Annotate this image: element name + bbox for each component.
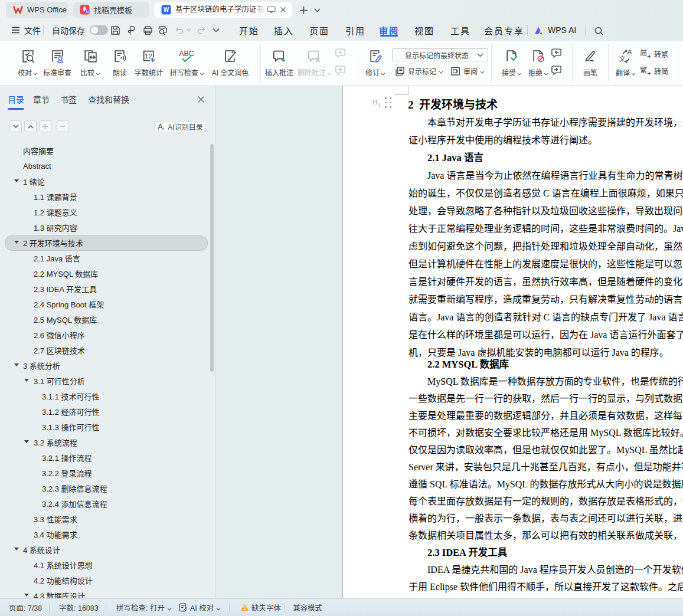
to-simplified-button[interactable]: 繁 转简 <box>639 64 668 77</box>
document-line[interactable]: Server 来讲，安装包只是几十兆甚至几百兆，有点小，但是功能并不少， <box>409 458 683 476</box>
print-preview-button[interactable] <box>155 24 168 37</box>
toc-item[interactable]: 3.2.2 登录流程 <box>0 466 216 480</box>
toc-item[interactable]: 4.3 数据库设计 <box>0 588 216 598</box>
toc-item[interactable]: 2.2 MYSQL 数据库 <box>0 266 216 280</box>
toc-item[interactable]: 1 绪论 <box>0 174 216 188</box>
undo-button[interactable] <box>173 24 186 37</box>
document-heading[interactable]: 2.1 Java 语言 <box>427 149 483 167</box>
document-heading[interactable]: 2.2 MYSQL 数据库 <box>427 356 509 373</box>
collapse-arrow-icon[interactable] <box>14 363 19 366</box>
close-tab-icon[interactable] <box>277 4 289 16</box>
document-line[interactable]: 始的诞生，不仅仅是创造者感觉 C 语言在编程上面很麻烦，如果只是单纯 <box>409 185 683 202</box>
toc-item[interactable]: Abstract <box>0 159 216 173</box>
translate-button[interactable]: 文A 翻译 <box>613 45 639 77</box>
toc-item[interactable]: 1.1 课题背景 <box>0 189 216 204</box>
toc-item[interactable]: 3.1 可行性分析 <box>0 373 216 388</box>
toc-item[interactable]: 3.2.4 添加信息流程 <box>0 496 216 510</box>
read-aloud-button[interactable]: 朗读 <box>108 45 132 77</box>
print-button[interactable] <box>141 24 154 37</box>
collapse-arrow-icon[interactable] <box>24 379 29 382</box>
document-line[interactable]: 证小程序开发中使用的编程技术等进行阐述。 <box>409 132 597 149</box>
toc-item[interactable]: 2 开发环境与技术 <box>0 235 216 250</box>
reject-button[interactable]: 拒绝 <box>525 45 551 77</box>
menu-tab-7[interactable]: 工具 <box>450 19 470 41</box>
document-line[interactable]: IDEA 是捷克共和国的 Java 程序员开发人员创造的一个开发软件，由 <box>427 561 683 579</box>
next-comment-button[interactable] <box>334 64 347 76</box>
to-traditional-button[interactable]: 简 转繁 <box>639 47 668 60</box>
next-change-button[interactable] <box>550 64 563 76</box>
ai-proofread-button[interactable]: AI 校对 <box>179 599 221 616</box>
missing-font-warning[interactable]: 缺失字体 <box>240 599 281 616</box>
toc-item[interactable]: 1.2 课题意义 <box>0 205 216 219</box>
autosave-toggle[interactable] <box>90 25 108 35</box>
toc-item[interactable]: 3 系统分析 <box>0 358 216 372</box>
collapse-arrow-icon[interactable] <box>14 179 19 182</box>
document-line[interactable]: 主要是处理最重要的数据逻辑部分，并且必须是有效数据，这样每一条数 <box>409 407 683 425</box>
toc-item[interactable]: 2.6 微信小程序 <box>0 327 216 342</box>
proofread-button[interactable]: 校对 <box>13 45 43 77</box>
document-line[interactable]: 横着的为行，一般表示一条数据，表与表之间还可以进行关联，进行表与 <box>409 510 683 527</box>
toc-item[interactable]: 3.3 性能需求 <box>0 512 216 526</box>
word-count-button[interactable]: 12 字数统计 <box>133 45 164 77</box>
menu-tab-6[interactable]: 视图 <box>414 19 434 41</box>
tab-wps-office[interactable]: WPS Office <box>6 2 68 18</box>
markup-state-dropdown[interactable]: 显示标记的最终状态 <box>392 48 488 61</box>
review-pane-button[interactable]: 审阅 <box>450 64 485 77</box>
toc-item[interactable]: 1.3 研究内容 <box>0 220 216 234</box>
toc-item[interactable]: 3.2.3 删除信息流程 <box>0 481 216 495</box>
previous-change-button[interactable] <box>550 47 563 59</box>
document-line[interactable]: 处理，会导致忽略了各种指针以及垃圾回收这些操作，导致出现问题，往 <box>409 202 683 220</box>
tab-docer-templates[interactable]: AI 找稻壳模板 <box>73 2 149 18</box>
menu-tab-2[interactable]: 插入 <box>274 19 294 41</box>
page-indicator[interactable]: 页面: 7/38 <box>9 599 42 616</box>
menu-tab-8[interactable]: 会员专享 <box>484 19 524 41</box>
toc-item[interactable]: 2.4 Spring Boot 框架 <box>0 297 216 311</box>
toc-item[interactable]: 2.1 Java 语言 <box>0 251 216 265</box>
export-pdf-button[interactable] <box>125 24 138 37</box>
document-line[interactable]: 本章节对开发电子学历证书存证小程序需要搭建的开发环境，还有 <box>427 114 683 132</box>
more-commands-caret-icon[interactable] <box>210 24 223 37</box>
menu-tab-1[interactable]: 开始 <box>239 19 259 41</box>
collapse-arrow-icon[interactable] <box>14 548 19 551</box>
document-line[interactable]: Java 语言是当今为止依然在编程语言行业具有生命力的常青树，从最开 <box>427 167 683 185</box>
toc-item[interactable]: 2.7 区块链技术 <box>0 343 216 357</box>
tab-active-document[interactable]: W 基于区块链的电子学历证书存 <box>154 2 292 18</box>
document-line[interactable]: 一些数据是先一行一行的获取，然后一行一行的显示，与列式数据库相反 <box>409 390 683 408</box>
word-count-indicator[interactable]: 字数: 16083 <box>59 599 99 616</box>
toc-item[interactable]: 4.1 系统设计思想 <box>0 558 216 572</box>
delete-comment-button[interactable]: 删除批注 <box>298 45 331 77</box>
document-line[interactable]: 是在什么样的环境里都是可以运行，因为在 Java 语言运行外面套了一层 <box>409 326 683 344</box>
compatibility-mode-indicator[interactable]: 兼容模式 <box>293 599 322 616</box>
tab-list-caret-icon[interactable] <box>312 5 322 15</box>
spell-check-button[interactable]: ABC 拼写检查 <box>170 45 203 77</box>
collapse-arrow-icon[interactable] <box>14 241 19 244</box>
toc-item[interactable]: 3.1.2 经济可行性 <box>0 404 216 418</box>
document-text[interactable]: 2 开发环境与技术本章节对开发电子学历证书存证小程序需要搭建的开发环境，还有证小… <box>217 86 683 598</box>
toc-item[interactable]: 3.2 系统流程 <box>0 435 216 449</box>
collapse-arrow-icon[interactable] <box>24 440 29 443</box>
toc-item[interactable]: 3.2.1 操作流程 <box>0 450 216 464</box>
accept-button[interactable]: 接受 <box>499 45 525 77</box>
compare-button[interactable]: 比较 <box>77 45 104 77</box>
pane-scrollbar-thumb[interactable] <box>210 144 214 372</box>
search-button[interactable] <box>592 24 605 37</box>
toc-item[interactable]: 3.4 功能需求 <box>0 527 216 541</box>
file-menu-button[interactable]: 文件 <box>11 19 41 41</box>
menu-tab-3[interactable]: 页面 <box>309 19 329 41</box>
wps-ai-button[interactable]: WPS AI <box>534 19 576 41</box>
toc-item[interactable]: 4 系统设计 <box>0 542 216 556</box>
doc-device-icon[interactable] <box>265 4 277 16</box>
ai-polish-button[interactable]: AI 全文润色 <box>208 45 253 77</box>
menu-tab-5[interactable]: 审阅 <box>379 19 399 41</box>
spellcheck-indicator[interactable]: 拼写检查: 打开 <box>116 599 172 616</box>
document-line[interactable]: 语言。Java 语言的创造者就针对 C 语言的缺点专门开发了 Java 语言， <box>409 309 683 326</box>
document-heading[interactable]: 2.3 IDEA 开发工具 <box>427 544 507 562</box>
document-line[interactable]: 往大于正常编程处理业务逻辑的时间，这些是非常浪费时间的。Java 语言 <box>409 220 683 238</box>
toc-item[interactable]: 2.3 IDEA 开发工具 <box>0 281 216 296</box>
save-button[interactable] <box>109 24 122 37</box>
toc-item[interactable]: 内容摘要 <box>0 143 216 158</box>
document-heading[interactable]: 2 开发环境与技术 <box>408 96 498 114</box>
toc-item[interactable]: 4.2 功能结构设计 <box>0 573 216 587</box>
ink-button[interactable]: 画笔 <box>577 45 603 77</box>
document-line[interactable]: 言是针对硬件开发的语言，虽然执行效率高，但是随着硬件的变化或者说 <box>409 273 683 291</box>
